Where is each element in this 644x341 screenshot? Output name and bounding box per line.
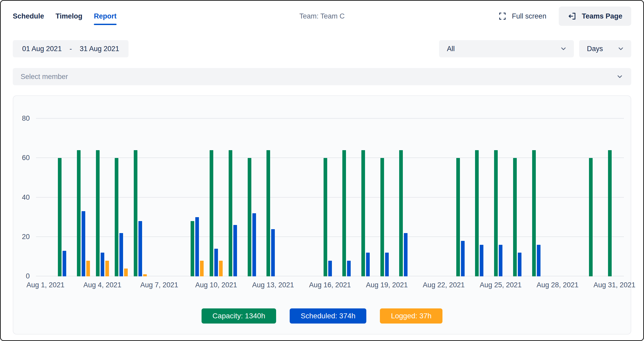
- y-axis-label: 0: [13, 272, 30, 280]
- y-axis-label: 80: [13, 114, 30, 123]
- legend-logged-chip: Logged: 37h: [380, 308, 442, 324]
- capacity-bar: [494, 150, 498, 276]
- report-chart-card: 020406080Aug 1, 2021Aug 4, 2021Aug 7, 20…: [13, 95, 631, 334]
- capacity-bar: [324, 158, 327, 276]
- x-axis-label: Aug 16, 2021: [309, 281, 351, 289]
- gridline: [36, 197, 624, 198]
- x-axis-label: Aug 28, 2021: [537, 281, 579, 289]
- top-bar: Schedule Timelog Report Team: Team C Ful…: [1, 1, 643, 32]
- capacity-bar: [229, 150, 232, 276]
- capacity-bar: [399, 150, 403, 276]
- capacity-bar: [342, 150, 346, 276]
- date-to: 31 Aug 2021: [80, 45, 119, 53]
- teams-page-label: Teams Page: [582, 12, 622, 20]
- scheduled-bar: [252, 213, 256, 276]
- chevron-down-icon: [616, 73, 623, 80]
- scheduled-bar: [518, 253, 521, 276]
- x-axis-label: Aug 7, 2021: [140, 281, 178, 289]
- fullscreen-icon: [498, 12, 507, 20]
- x-axis-label: Aug 13, 2021: [252, 281, 294, 289]
- chart-plot: 020406080Aug 1, 2021Aug 4, 2021Aug 7, 20…: [36, 119, 624, 276]
- scheduled-bar: [328, 261, 332, 277]
- capacity-bar: [77, 150, 81, 276]
- teams-page-button[interactable]: Teams Page: [559, 7, 631, 26]
- scheduled-bar: [82, 211, 85, 276]
- date-range-picker[interactable]: 01 Aug 2021 - 31 Aug 2021: [13, 40, 129, 57]
- capacity-bar: [96, 150, 100, 276]
- scheduled-bar: [138, 221, 142, 276]
- scheduled-bar: [119, 233, 123, 276]
- capacity-bar: [608, 150, 612, 276]
- filter-right-group: All Days: [439, 40, 631, 57]
- y-axis-label: 60: [13, 154, 30, 162]
- capacity-bar: [513, 158, 517, 276]
- x-axis-label: Aug 10, 2021: [195, 281, 237, 289]
- app-window: Schedule Timelog Report Team: Team C Ful…: [0, 0, 644, 341]
- logged-bar: [86, 261, 90, 277]
- granularity-select[interactable]: Days: [579, 40, 631, 57]
- capacity-bar: [266, 150, 270, 276]
- capacity-bar: [475, 150, 479, 276]
- tab-bar: Schedule Timelog Report: [13, 11, 117, 22]
- x-axis-label: Aug 31, 2021: [593, 281, 635, 289]
- logged-bar: [143, 274, 147, 276]
- team-label: Team: Team C: [299, 12, 345, 20]
- legend-capacity-chip: Capacity: 1340h: [202, 308, 276, 324]
- capacity-bar: [210, 150, 213, 276]
- tab-schedule[interactable]: Schedule: [13, 11, 44, 22]
- scheduled-bar: [63, 251, 66, 276]
- x-axis-label: Aug 19, 2021: [366, 281, 408, 289]
- scheduled-bar: [214, 249, 218, 276]
- capacity-bar: [58, 158, 62, 276]
- y-axis-label: 40: [13, 193, 30, 202]
- capacity-bar: [115, 158, 118, 276]
- scheduled-bar: [347, 261, 351, 277]
- legend-scheduled-chip: Scheduled: 374h: [290, 308, 366, 324]
- capacity-bar: [380, 158, 384, 276]
- exit-to-teams-icon: [568, 12, 576, 21]
- logged-bar: [124, 269, 128, 276]
- capacity-bar: [134, 150, 137, 276]
- x-axis-label: Aug 25, 2021: [480, 281, 522, 289]
- x-axis-label: Aug 22, 2021: [423, 281, 465, 289]
- fullscreen-button[interactable]: Full screen: [497, 12, 548, 21]
- capacity-bar: [248, 158, 251, 276]
- scope-filter-value: All: [447, 45, 455, 53]
- logged-bar: [105, 261, 109, 277]
- granularity-value: Days: [587, 45, 603, 53]
- scheduled-bar: [461, 241, 465, 276]
- gridline: [36, 118, 624, 119]
- scheduled-bar: [537, 245, 540, 276]
- member-select-placeholder: Select member: [21, 73, 68, 81]
- scheduled-bar: [271, 229, 275, 277]
- scheduled-bar: [499, 245, 502, 276]
- x-axis-label: Aug 4, 2021: [83, 281, 121, 289]
- scheduled-bar: [480, 245, 483, 276]
- scheduled-bar: [366, 253, 370, 276]
- logged-bar: [219, 261, 223, 277]
- scheduled-bar: [101, 253, 104, 276]
- chart-area: 020406080Aug 1, 2021Aug 4, 2021Aug 7, 20…: [36, 119, 624, 276]
- topbar-right: Full screen Teams Page: [497, 7, 631, 26]
- scope-filter-select[interactable]: All: [439, 40, 574, 57]
- date-separator: -: [70, 45, 72, 53]
- capacity-bar: [191, 221, 194, 276]
- scheduled-bar: [385, 253, 389, 276]
- x-axis-label: Aug 1, 2021: [27, 281, 65, 289]
- scheduled-bar: [233, 225, 237, 276]
- capacity-bar: [532, 150, 536, 276]
- filter-row: 01 Aug 2021 - 31 Aug 2021 All Days: [13, 40, 631, 57]
- capacity-bar: [589, 158, 593, 276]
- scheduled-bar: [195, 217, 199, 276]
- chart-legend: Capacity: 1340hScheduled: 374hLogged: 37…: [13, 308, 631, 324]
- scheduled-bar: [404, 233, 408, 276]
- y-axis-label: 20: [13, 233, 30, 241]
- member-select[interactable]: Select member: [13, 68, 631, 85]
- fullscreen-label: Full screen: [512, 12, 546, 20]
- capacity-bar: [361, 150, 365, 276]
- date-from: 01 Aug 2021: [22, 45, 62, 53]
- capacity-bar: [456, 158, 460, 276]
- gridline: [36, 236, 624, 237]
- tab-report[interactable]: Report: [94, 11, 117, 22]
- tab-timelog[interactable]: Timelog: [56, 11, 82, 22]
